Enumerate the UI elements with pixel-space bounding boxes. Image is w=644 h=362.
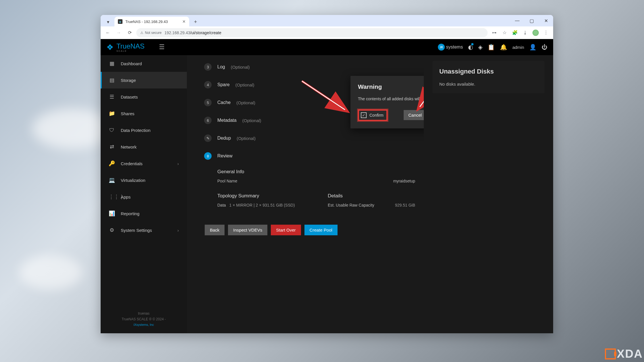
create-pool-button[interactable]: Create Pool xyxy=(304,225,338,235)
close-window-button[interactable]: ✕ xyxy=(539,15,553,26)
footer-link[interactable]: iXsystems, Inc xyxy=(134,323,154,326)
nav-label: Dashboard xyxy=(121,61,142,66)
step-number: 5 xyxy=(204,99,212,106)
checkbox-icon: ✓ xyxy=(361,112,367,118)
step-number: 8 xyxy=(204,152,212,160)
chevron-right-icon: › xyxy=(177,228,179,233)
nav-label: Storage xyxy=(121,78,136,83)
nav-icon: ▦ xyxy=(109,60,115,67)
app-header: ❖ TrueNAS SCALE ☰ iX systems ◐ ◈ 📋 🔔 adm… xyxy=(101,39,553,55)
step-label: Metadata xyxy=(217,118,237,123)
step-optional: (Optional) xyxy=(242,118,261,123)
step-label: Review xyxy=(217,153,232,159)
sidebar-item-apps[interactable]: ⋮⋮⋮ Apps xyxy=(101,188,187,205)
nav-label: Datasets xyxy=(121,95,138,99)
nav-icon: ▤ xyxy=(109,77,115,83)
status-icon[interactable]: ◐ xyxy=(468,44,473,51)
step-optional: (Optional) xyxy=(236,100,255,105)
nav-label: Shares xyxy=(121,111,135,116)
xda-watermark: XDA xyxy=(605,347,643,360)
password-icon[interactable]: ⊶ xyxy=(490,28,499,37)
nav-icon: 💻 xyxy=(109,177,115,183)
forward-button[interactable]: → xyxy=(114,28,123,37)
nav-label: Virtualization xyxy=(121,178,145,183)
browser-tabbar: ▾ ◆ TrueNAS - 192.168.29.43 ✕ + — ▢ ✕ xyxy=(101,15,553,26)
back-button[interactable]: ← xyxy=(103,28,112,37)
sidebar-item-credentials[interactable]: 🔑 Credentials › xyxy=(101,155,187,172)
topology-title: Topology Summary xyxy=(217,193,305,199)
extension-pinned[interactable] xyxy=(531,28,540,37)
general-info-title: General Info xyxy=(217,169,415,175)
nav-icon: 🛡 xyxy=(109,127,115,133)
nav-icon: 📊 xyxy=(109,210,115,217)
details-title: Details xyxy=(328,193,415,199)
ix-text: systems xyxy=(446,45,463,50)
power-icon[interactable]: ⏻ xyxy=(542,44,547,51)
nav-label: Apps xyxy=(121,195,131,199)
capacity-value: 929.51 GiB xyxy=(395,203,415,207)
footer-copyright: TrueNAS SCALE ® © 2024 - xyxy=(106,317,181,322)
confirm-checkbox[interactable]: ✓ Confirm xyxy=(358,109,388,121)
user-avatar-icon[interactable]: 👤 xyxy=(529,44,536,51)
modal-title: Warning xyxy=(358,83,424,90)
browser-menu-icon[interactable]: ⋮ xyxy=(542,28,550,37)
sidebar-item-network[interactable]: ⇄ Network xyxy=(101,138,187,155)
truecommand-icon[interactable]: ◈ xyxy=(478,44,482,51)
truenas-logo[interactable]: ❖ TrueNAS SCALE xyxy=(106,42,145,52)
step-optional: (Optional) xyxy=(237,136,256,141)
sidebar-item-dashboard[interactable]: ▦ Dashboard xyxy=(101,55,187,72)
nav-label: Data Protection xyxy=(121,128,150,133)
notifications-icon[interactable]: 🔔 xyxy=(500,44,507,51)
step-number: ✎ xyxy=(204,134,212,142)
security-badge[interactable]: ⚠ Not secure xyxy=(140,31,162,35)
start-over-button[interactable]: Start Over xyxy=(271,225,301,235)
sidebar-toggle-icon[interactable]: ☰ xyxy=(159,43,165,51)
browser-tab-active[interactable]: ◆ TrueNAS - 192.168.29.43 ✕ xyxy=(114,17,189,26)
tab-title: TrueNAS - 192.168.29.43 xyxy=(125,20,179,24)
sidebar-item-shares[interactable]: 📁 Shares xyxy=(101,105,187,122)
reload-button[interactable]: ⟳ xyxy=(125,28,134,37)
url-input[interactable]: ⚠ Not secure 192.168.29.43/ui/storage/cr… xyxy=(136,28,488,37)
unassigned-disks-title: Unassigned Disks xyxy=(439,68,538,75)
step-label: Dedup xyxy=(217,136,231,141)
close-tab-icon[interactable]: ✕ xyxy=(182,19,186,24)
sidebar: ▦ Dashboard ▤ Storage ☰ Datasets 📁 Share… xyxy=(101,55,187,333)
minimize-button[interactable]: — xyxy=(510,15,524,26)
truenas-app: ❖ TrueNAS SCALE ☰ iX systems ◐ ◈ 📋 🔔 adm… xyxy=(101,39,553,333)
step-label: Log xyxy=(217,64,225,70)
modal-cancel-button[interactable]: Cancel xyxy=(404,110,424,120)
right-panel: Unassigned Disks No disks available. xyxy=(424,55,553,333)
unassigned-disks-text: No disks available. xyxy=(439,82,538,86)
nav-icon: ⚙ xyxy=(109,227,115,233)
tab-search-dropdown[interactable]: ▾ xyxy=(103,17,113,26)
review-section: General Info Pool Name myraidsetup Topol… xyxy=(217,169,415,207)
step-number: 6 xyxy=(204,117,212,124)
data-label: Data xyxy=(217,203,226,207)
unassigned-disks-card: Unassigned Disks No disks available. xyxy=(432,61,545,93)
pool-name-value: myraidsetup xyxy=(393,179,415,183)
wizard-step-log[interactable]: 3 Log (Optional) xyxy=(204,58,415,76)
main-content: 3 Log (Optional)4 Spare (Optional)5 Cach… xyxy=(187,55,553,333)
ixsystems-logo[interactable]: iX systems xyxy=(438,44,463,51)
truenas-favicon: ◆ xyxy=(118,19,122,24)
wizard-step-review[interactable]: 8 Review xyxy=(204,147,415,165)
downloads-icon[interactable]: ⭳ xyxy=(521,28,530,37)
sidebar-item-virtualization[interactable]: 💻 Virtualization xyxy=(101,172,187,188)
back-button[interactable]: Back xyxy=(205,225,225,235)
sidebar-item-data-protection[interactable]: 🛡 Data Protection xyxy=(101,122,187,138)
sidebar-item-storage[interactable]: ▤ Storage xyxy=(101,72,187,88)
step-optional: (Optional) xyxy=(235,82,254,87)
maximize-button[interactable]: ▢ xyxy=(524,15,539,26)
inspect-vdevs-button[interactable]: Inspect VDEVs xyxy=(228,225,267,235)
new-tab-button[interactable]: + xyxy=(191,17,200,26)
step-number: 3 xyxy=(204,63,212,71)
sidebar-item-datasets[interactable]: ☰ Datasets xyxy=(101,88,187,105)
nav-icon: 🔑 xyxy=(109,160,115,167)
bookmark-icon[interactable]: ☆ xyxy=(500,28,509,37)
clipboard-icon[interactable]: 📋 xyxy=(488,44,495,51)
sidebar-item-reporting[interactable]: 📊 Reporting xyxy=(101,205,187,222)
sidebar-item-system-settings[interactable]: ⚙ System Settings › xyxy=(101,222,187,238)
extensions-icon[interactable]: 🧩 xyxy=(511,28,519,37)
user-label: admin xyxy=(512,45,524,50)
wizard-step-dedup[interactable]: ✎ Dedup (Optional) xyxy=(204,129,415,147)
